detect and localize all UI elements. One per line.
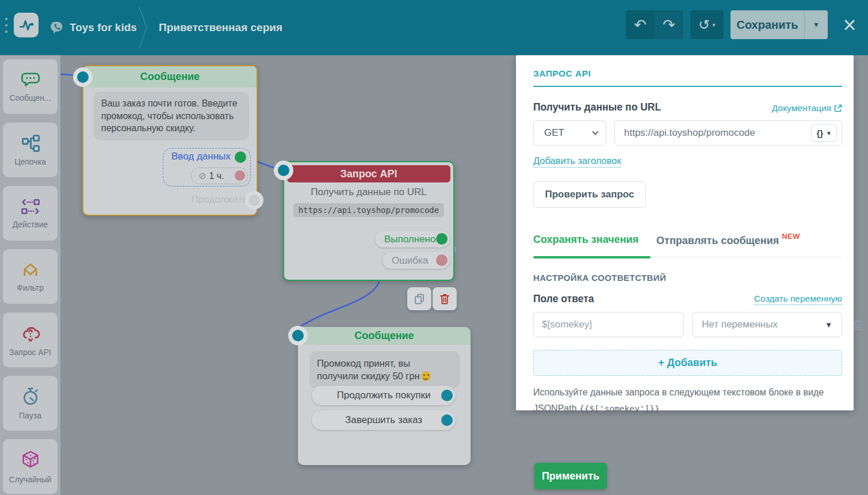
- app-root: Toys for kids Приветственная серия ↶ ↷ ↺…: [0, 0, 868, 495]
- sidebar-item-random[interactable]: Случайный: [3, 439, 58, 494]
- message-text-bubble[interactable]: Промокод принят, вы получили скидку 50 г…: [309, 351, 460, 389]
- breadcrumb-chevron: [138, 6, 148, 50]
- active-tab-indicator: [533, 256, 651, 258]
- tab-save-values[interactable]: Сохранять значения: [533, 232, 638, 247]
- url-input[interactable]: https://api.toyshop/promocode {} ▼: [614, 120, 842, 146]
- chevron-down-icon: ▾: [712, 21, 716, 29]
- chevron-down-icon: [592, 128, 598, 135]
- undo-button[interactable]: ↶: [626, 10, 655, 39]
- sidebar-item-filter[interactable]: Фильтр: [3, 249, 58, 304]
- message-text-bubble[interactable]: Ваш заказ почти готов. Введите промокод,…: [94, 92, 249, 140]
- timeout-block[interactable]: ⊘ 1 ч.: [191, 167, 248, 184]
- method-select[interactable]: GET: [533, 120, 606, 146]
- test-request-button[interactable]: Проверить запрос: [533, 181, 646, 208]
- error-port[interactable]: [436, 254, 448, 266]
- sidebar-item-chain[interactable]: Цепочка: [3, 123, 58, 177]
- top-bar: Toys for kids Приветственная серия ↶ ↷ ↺…: [0, 0, 868, 55]
- bot-name-group[interactable]: Toys for kids: [49, 0, 137, 55]
- sidebar-item-label: Фильтр: [17, 283, 44, 292]
- sidebar-item-action[interactable]: Действие: [3, 186, 58, 241]
- success-label: Выполнено: [384, 234, 435, 245]
- quick-reply-button-1[interactable]: Продолжить покупки: [312, 386, 456, 405]
- save-button[interactable]: Сохранить: [731, 10, 804, 39]
- api-request-node[interactable]: Запрос API Получить данные по URL https:…: [283, 161, 454, 281]
- message-node-2[interactable]: Сообщение Промокод принят, вы получили с…: [298, 327, 471, 465]
- success-branch[interactable]: Выполнено: [375, 231, 450, 248]
- sidebar-item-label: Случайный: [9, 475, 52, 484]
- input-port[interactable]: [292, 330, 304, 341]
- action-code-icon: [20, 197, 41, 216]
- create-variable-link[interactable]: Создать переменную: [754, 294, 842, 305]
- hint-code: {{$['somekey']}}: [579, 404, 660, 413]
- continue-label: Продолжить: [192, 194, 247, 205]
- mapping-row: Нет переменных ▼: [533, 312, 842, 337]
- block-palette-sidebar: Сообщен... Цепочка: [0, 55, 60, 495]
- input-port[interactable]: [278, 165, 289, 176]
- api-node-url: https://api.toyshop/promocode: [293, 203, 444, 217]
- message-text: Промокод принят, вы получили скидку 50 г…: [317, 358, 420, 381]
- quick-reply-button-2[interactable]: Завершить заказ: [312, 410, 456, 430]
- sidebar-item-api[interactable]: Запрос API: [3, 313, 58, 367]
- flow-title: Приветственная серия: [159, 0, 282, 55]
- sidebar-item-label: Запрос API: [9, 348, 51, 357]
- apply-button[interactable]: Применить: [534, 463, 607, 489]
- jsonpath-hint: Используйте данные запроса в следующем т…: [533, 384, 842, 417]
- delete-mapping-button[interactable]: [852, 318, 864, 333]
- tab-label: Отправлять сообщения: [656, 235, 779, 246]
- add-header-link[interactable]: Добавить заголовок: [533, 155, 621, 167]
- redo-button[interactable]: ↷: [655, 10, 683, 39]
- response-field-label: Поле ответа: [533, 293, 594, 305]
- sidebar-item-label: Действие: [13, 220, 48, 229]
- history-button[interactable]: ↺ ▾: [690, 10, 724, 39]
- response-key-input[interactable]: [533, 312, 684, 337]
- node-header[interactable]: Сообщение: [298, 327, 471, 345]
- button-label: Завершить заказ: [345, 414, 422, 426]
- duplicate-node-button[interactable]: [407, 287, 431, 310]
- delete-node-button[interactable]: [433, 287, 457, 310]
- pulse-icon: [18, 17, 35, 34]
- trash-icon: [852, 318, 864, 331]
- sidebar-item-label: Пауза: [19, 411, 41, 420]
- save-split-button: Сохранить ▼: [731, 10, 828, 39]
- error-branch[interactable]: Ошибка: [383, 252, 450, 269]
- button-port[interactable]: [441, 414, 453, 426]
- node-header[interactable]: Запрос API: [287, 165, 450, 182]
- add-mapping-button[interactable]: + Добавить: [533, 350, 842, 376]
- new-badge: NEW: [782, 232, 800, 241]
- message-bubble-icon: [20, 71, 41, 89]
- stopwatch-icon: [21, 386, 40, 407]
- history-icon: ↺: [698, 17, 710, 33]
- api-node-subtitle: Получить данные по URL: [284, 186, 453, 198]
- app-logo[interactable]: [14, 13, 39, 37]
- smile-emoji: [421, 371, 431, 381]
- documentation-link[interactable]: Документация: [772, 103, 842, 113]
- close-button[interactable]: ×: [839, 12, 860, 37]
- user-input-block[interactable]: Ввод данных ⊘ 1 ч.: [163, 148, 251, 186]
- request-url-row: GET https://api.toyshop/promocode {} ▼: [533, 120, 842, 146]
- node-header[interactable]: Сообщение: [83, 66, 257, 87]
- dice-icon: [20, 449, 41, 471]
- sidebar-item-message[interactable]: Сообщен...: [3, 59, 58, 114]
- button-label: Продолжить покупки: [337, 390, 431, 401]
- method-value: GET: [544, 127, 564, 139]
- tab-send-messages[interactable]: Отправлять сообщенияNEW: [656, 232, 800, 247]
- message-node-1[interactable]: Сообщение Ваш заказ почти готов. Введите…: [82, 65, 258, 216]
- variable-select[interactable]: Нет переменных ▼: [692, 312, 842, 337]
- input-port[interactable]: [77, 71, 89, 83]
- save-dropdown-button[interactable]: ▼: [804, 10, 828, 39]
- request-label: Получить данные по URL: [533, 101, 661, 113]
- chevron-down-icon: ▼: [826, 130, 832, 136]
- continue-port[interactable]: [248, 195, 260, 206]
- variables-insert-button[interactable]: {} ▼: [811, 124, 837, 142]
- filter-diamond-icon: [20, 261, 41, 279]
- sidebar-item-pause[interactable]: Пауза: [3, 376, 58, 431]
- drag-handle-icon[interactable]: [5, 18, 7, 33]
- timeout-port[interactable]: [235, 170, 245, 181]
- success-port[interactable]: [235, 151, 246, 163]
- api-cloud-icon: [20, 323, 41, 344]
- button-port[interactable]: [441, 390, 453, 401]
- success-port[interactable]: [436, 233, 448, 245]
- braces-icon: {}: [816, 128, 823, 138]
- mapping-section-title: НАСТРОЙКА СООТВЕТСТВИЙ: [533, 273, 842, 283]
- header-actions: ↶ ↷ ↺ ▾ Сохранить ▼ ×: [626, 10, 860, 39]
